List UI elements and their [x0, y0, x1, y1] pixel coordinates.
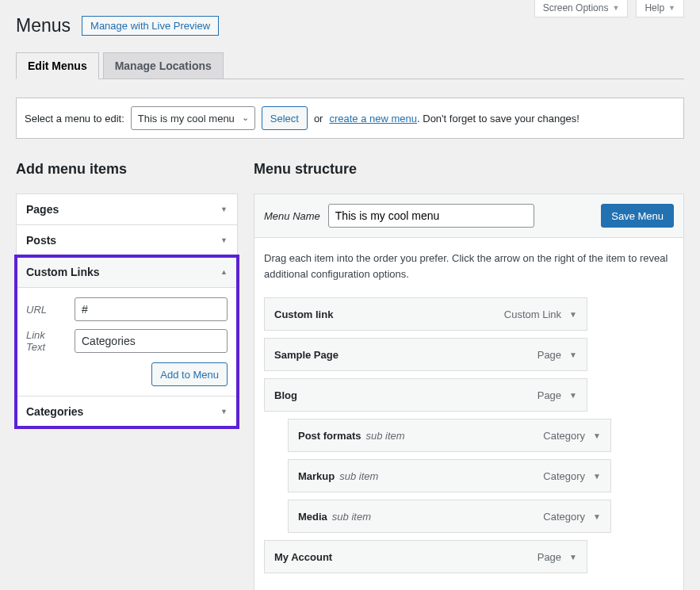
select-button[interactable]: Select — [262, 106, 308, 130]
select-menu-label: Select a menu to edit: — [25, 113, 124, 125]
menu-name-input[interactable] — [328, 204, 534, 228]
menu-item-title: My Account — [274, 551, 332, 563]
menu-item-title: Markup — [298, 470, 335, 482]
menu-item-title: Sample Page — [274, 349, 339, 361]
accordion-pages-label: Pages — [26, 203, 59, 216]
accordion-custom-links: Custom Links ▲ URL Link Text — [16, 256, 238, 397]
link-text-input[interactable] — [75, 329, 228, 353]
menu-item-title: Blog — [274, 389, 297, 401]
accordion-categories: Categories ▼ — [16, 397, 238, 427]
menu-select-row: Select a menu to edit: This is my cool m… — [16, 98, 684, 139]
chevron-down-icon[interactable]: ▼ — [569, 351, 577, 359]
screen-options-label: Screen Options — [543, 2, 609, 13]
menu-item-type: Page — [537, 389, 561, 401]
create-new-menu-link[interactable]: create a new menu — [329, 113, 417, 125]
select-tail-text: . Don't forget to save your changes! — [417, 113, 580, 125]
tab-manage-locations[interactable]: Manage Locations — [103, 52, 224, 79]
menu-item-type: Category — [543, 430, 585, 442]
chevron-down-icon[interactable]: ▼ — [569, 553, 577, 561]
accordion-pages-head[interactable]: Pages ▼ — [17, 194, 237, 224]
menu-item-type: Page — [537, 349, 561, 361]
menu-item-title: Media — [298, 511, 327, 523]
menu-name-label: Menu Name — [264, 210, 320, 222]
url-input[interactable] — [75, 297, 228, 321]
menu-item[interactable]: Post formatssub itemCategory▼ — [288, 419, 611, 452]
menu-item-type: Category — [543, 511, 585, 523]
accordion-custom-links-head[interactable]: Custom Links ▲ — [17, 257, 237, 288]
chevron-up-icon: ▲ — [220, 268, 228, 276]
sub-item-label: sub item — [339, 470, 378, 482]
menu-header: Menu Name Save Menu — [254, 193, 684, 238]
menu-body: Drag each item into the order you prefer… — [254, 238, 684, 590]
menu-item[interactable]: Sample PagePage▼ — [264, 338, 587, 371]
accordion-posts-head[interactable]: Posts ▼ — [17, 225, 237, 255]
chevron-down-icon[interactable]: ▼ — [569, 310, 577, 319]
chevron-down-icon: ▼ — [668, 4, 675, 12]
or-text: or — [314, 113, 323, 125]
menu-item-title: Custom link — [274, 308, 333, 320]
instructions-text: Drag each item into the order you prefer… — [264, 251, 674, 282]
accordion-posts: Posts ▼ — [16, 225, 238, 256]
menu-select[interactable]: This is my cool menu — [131, 106, 255, 130]
help-label: Help — [645, 2, 664, 13]
chevron-down-icon[interactable]: ▼ — [569, 391, 577, 400]
accordion-categories-head[interactable]: Categories ▼ — [17, 397, 237, 427]
page-title: Menus — [16, 15, 71, 36]
menu-item-type: Category — [543, 470, 585, 482]
accordion-pages: Pages ▼ — [16, 193, 238, 225]
menu-item[interactable]: Markupsub itemCategory▼ — [288, 459, 611, 492]
sub-item-label: sub item — [365, 430, 404, 442]
nav-tabs: Edit Menus Manage Locations — [16, 52, 684, 79]
help-button[interactable]: Help ▼ — [636, 0, 684, 17]
menu-item-type: Custom Link — [504, 308, 561, 320]
menu-item-title: Post formats — [298, 430, 361, 442]
add-to-menu-button[interactable]: Add to Menu — [151, 362, 228, 386]
tab-edit-menus[interactable]: Edit Menus — [16, 52, 99, 79]
accordion-categories-label: Categories — [26, 405, 83, 418]
chevron-down-icon: ▼ — [612, 4, 619, 12]
sub-item-label: sub item — [332, 511, 371, 523]
url-label: URL — [26, 304, 67, 316]
link-text-label: Link Text — [26, 329, 67, 353]
chevron-down-icon[interactable]: ▼ — [593, 431, 601, 440]
save-menu-button[interactable]: Save Menu — [601, 204, 674, 228]
chevron-down-icon: ▼ — [220, 408, 228, 416]
add-menu-items-heading: Add menu items — [16, 161, 238, 178]
menu-item[interactable]: Custom linkCustom Link▼ — [264, 297, 587, 331]
live-preview-button[interactable]: Manage with Live Preview — [82, 16, 219, 36]
menu-item-type: Page — [537, 551, 561, 563]
menu-item[interactable]: My AccountPage▼ — [264, 540, 587, 573]
screen-options-button[interactable]: Screen Options ▼ — [534, 0, 629, 17]
menu-item[interactable]: BlogPage▼ — [264, 378, 587, 412]
chevron-down-icon[interactable]: ▼ — [593, 472, 601, 481]
chevron-down-icon[interactable]: ▼ — [593, 512, 601, 521]
accordion-posts-label: Posts — [26, 234, 56, 247]
chevron-down-icon: ▼ — [220, 236, 228, 244]
chevron-down-icon: ▼ — [220, 205, 228, 213]
menu-item[interactable]: Mediasub itemCategory▼ — [288, 500, 611, 533]
accordion-custom-links-label: Custom Links — [26, 266, 100, 278]
menu-structure-heading: Menu structure — [254, 161, 684, 178]
